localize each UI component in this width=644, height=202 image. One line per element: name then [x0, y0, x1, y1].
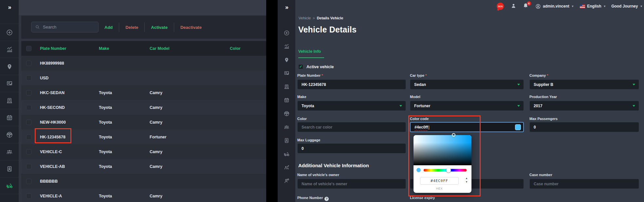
- mini-sidebar-item-calendar[interactable]: [278, 93, 295, 107]
- mini-sidebar-item-person-add[interactable]: [278, 174, 295, 188]
- row-checkbox[interactable]: [26, 179, 31, 184]
- phone-number-label: Phone Number?: [297, 196, 406, 201]
- table-row[interactable]: VEHICLE-AB Toyota Camry: [21, 159, 266, 174]
- vehicle-scooter-icon: [6, 182, 13, 189]
- required-asterisk: *: [322, 73, 323, 77]
- tab-vehicle-info[interactable]: Vehicle Info: [298, 49, 324, 58]
- column-header-plate[interactable]: Plate Number: [40, 46, 66, 51]
- row-checkbox[interactable]: [26, 61, 31, 66]
- table-row[interactable]: HK-SECOND Toyota Camry: [21, 100, 266, 115]
- section-title: Additional Vehicle Information: [298, 163, 369, 168]
- sidebar-item-target[interactable]: [0, 24, 19, 41]
- car-type-select[interactable]: Sedan: [410, 79, 524, 90]
- row-checkbox[interactable]: [26, 105, 31, 110]
- breadcrumb-parent[interactable]: Vehicle: [299, 16, 311, 20]
- make-select[interactable]: Toyota: [297, 101, 406, 111]
- column-header-model[interactable]: Car Model: [150, 46, 169, 51]
- table-row[interactable]: USD: [21, 71, 266, 85]
- cell-car-model: Camry: [150, 91, 162, 95]
- max-luggage-input[interactable]: 0: [297, 143, 406, 153]
- sidebar-item-location[interactable]: [0, 58, 19, 75]
- model-select[interactable]: Fortuner: [410, 101, 524, 111]
- passengers-icon: [284, 124, 290, 130]
- cell-make: Toyota: [99, 135, 112, 139]
- sos-button[interactable]: SOS: [497, 3, 504, 10]
- row-checkbox[interactable]: [26, 134, 31, 140]
- table-row[interactable]: BBBBBB: [21, 174, 266, 189]
- mini-sidebar-item-analytics[interactable]: [278, 40, 295, 53]
- row-checkbox[interactable]: [26, 193, 31, 199]
- sidebar-item-vehicle[interactable]: [0, 177, 19, 194]
- active-vehicle-checkbox[interactable]: ✓: [298, 64, 303, 69]
- mini-sidebar-item-passengers[interactable]: [278, 120, 295, 134]
- select-all-checkbox[interactable]: [26, 46, 31, 51]
- required-asterisk: *: [425, 73, 427, 77]
- user-menu[interactable]: admin.vincent ▾: [535, 4, 573, 9]
- table-row[interactable]: HKC-SEDAN Toyota Camry: [21, 85, 266, 100]
- color-code-input[interactable]: #4ec0ff|: [410, 122, 524, 132]
- table-row[interactable]: VEHICLE-A Toyota Camry: [21, 189, 266, 202]
- calendar-icon: [6, 114, 13, 121]
- delete-button[interactable]: Delete: [124, 25, 139, 30]
- sidebar-item-receipt[interactable]: [0, 92, 19, 109]
- search-input[interactable]: Search: [31, 22, 99, 32]
- profile-button[interactable]: [510, 3, 517, 10]
- column-header-make[interactable]: Make: [99, 46, 109, 51]
- color-search-input[interactable]: Search car color: [297, 122, 406, 132]
- hue-slider[interactable]: [424, 169, 467, 172]
- table-row[interactable]: HK88999988: [21, 56, 266, 71]
- notifications-button[interactable]: 6: [523, 3, 529, 10]
- row-checkbox[interactable]: [26, 90, 31, 95]
- mini-sidebar-item-location[interactable]: [278, 53, 295, 67]
- plate-number-input[interactable]: HK-12345678: [297, 79, 406, 90]
- company-select[interactable]: Supplier B: [529, 79, 639, 90]
- analytics-icon: [284, 43, 290, 50]
- row-checkbox[interactable]: [26, 164, 31, 169]
- sidebar-item-analytics[interactable]: [0, 41, 19, 58]
- sidebar-item-passengers[interactable]: [0, 143, 19, 160]
- sidebar-item-driver[interactable]: [0, 126, 19, 143]
- passengers-icon: [6, 148, 13, 155]
- language-label: English: [587, 4, 601, 9]
- max-passengers-input[interactable]: 0: [529, 122, 639, 132]
- left-sidebar: »: [0, 0, 19, 202]
- receipt-icon: [6, 97, 13, 104]
- saturation-area[interactable]: [414, 135, 471, 165]
- owner-name-input[interactable]: Name of vehicle's owner: [297, 179, 406, 189]
- row-checkbox[interactable]: [26, 120, 31, 125]
- table-row[interactable]: NEW-HK0000 Toyota Camry: [21, 115, 266, 130]
- sidebar-expand-button[interactable]: »: [0, 0, 19, 14]
- mini-sidebar-item-team[interactable]: [278, 161, 295, 174]
- column-header-color[interactable]: Color: [230, 46, 241, 51]
- table-row[interactable]: VEHICLE-C Toyota Camry: [21, 144, 266, 159]
- sidebar-item-calendar[interactable]: [0, 109, 19, 126]
- format-stepper[interactable]: ▴▾: [466, 176, 467, 184]
- mini-sidebar-item-vehicle[interactable]: [278, 147, 295, 161]
- deactivate-button[interactable]: Deactivate: [179, 25, 203, 30]
- hex-value-input[interactable]: #4EC0FF: [420, 177, 459, 185]
- sidebar-item-contacts[interactable]: [0, 160, 19, 177]
- production-year-select[interactable]: 2017: [529, 101, 639, 111]
- sidebar-item-survey[interactable]: [0, 75, 19, 92]
- org-name: Good Journey: [611, 4, 638, 9]
- activate-button[interactable]: Activate: [150, 25, 169, 30]
- add-button[interactable]: Add: [103, 25, 114, 30]
- org-menu[interactable]: Good Journey ▾: [611, 4, 642, 9]
- hue-slider-handle[interactable]: [446, 168, 451, 172]
- mini-sidebar-expand-button[interactable]: »: [278, 0, 295, 14]
- case-number-input[interactable]: Case number: [529, 179, 639, 189]
- row-checkbox[interactable]: [26, 75, 31, 81]
- color-swatch[interactable]: [515, 124, 521, 130]
- mini-sidebar-item-receipt[interactable]: [278, 80, 295, 93]
- table-row[interactable]: HK-12345678 Toyota Fortuner: [21, 130, 266, 144]
- mini-sidebar-item-survey[interactable]: [278, 67, 295, 80]
- saturation-handle[interactable]: [452, 133, 455, 137]
- row-checkbox[interactable]: [26, 149, 31, 154]
- target-icon: [6, 29, 13, 36]
- mini-sidebar-item-target[interactable]: [278, 26, 295, 40]
- us-flag-icon: [580, 5, 585, 8]
- mini-sidebar-item-driver[interactable]: [278, 107, 295, 120]
- help-icon[interactable]: ?: [324, 197, 329, 201]
- language-menu[interactable]: English ▾: [580, 4, 605, 9]
- mini-sidebar-item-contacts[interactable]: [278, 134, 295, 147]
